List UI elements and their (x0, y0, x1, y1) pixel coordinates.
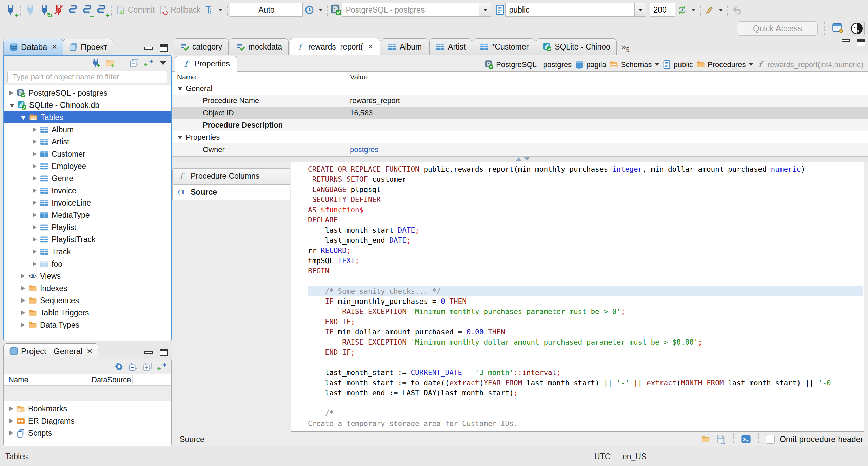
column-datasource[interactable]: DataSource (88, 375, 133, 384)
minimize-icon[interactable] (842, 39, 850, 42)
tab-properties[interactable]: f Properties (175, 56, 237, 72)
tree-item-data-types[interactable]: Data Types (4, 319, 171, 331)
chevron-right-icon[interactable] (33, 127, 37, 132)
chevron-right-icon[interactable] (33, 225, 37, 230)
chevron-right-icon[interactable] (9, 419, 13, 423)
view-menu-icon[interactable] (160, 61, 166, 65)
property-row-general[interactable]: General (172, 82, 868, 95)
expand-all-icon[interactable] (143, 362, 152, 371)
tree-item-genre[interactable]: Genre (4, 172, 171, 185)
tree-item-customer[interactable]: Customer (4, 148, 171, 160)
breadcrumb-schemas[interactable]: Schemas (609, 60, 659, 69)
transaction-mode-button[interactable] (204, 5, 222, 15)
chevron-right-icon[interactable] (21, 298, 25, 303)
open-file-icon[interactable] (701, 434, 711, 444)
tree-item-invoice[interactable]: Invoice (4, 185, 171, 197)
new-folder-icon[interactable] (105, 58, 115, 68)
tree-item-foo[interactable]: foo (4, 258, 171, 270)
editor-tab-album[interactable]: Album (381, 38, 428, 55)
link-with-editor-icon[interactable] (144, 58, 153, 68)
link-with-editor-icon[interactable] (157, 362, 166, 371)
property-row-procedure-name[interactable]: Procedure Namerewards_report (172, 95, 868, 107)
omit-procedure-header-checkbox[interactable] (766, 435, 775, 444)
close-icon[interactable]: ✕ (86, 347, 93, 355)
breadcrumb-postgresql-postgres[interactable]: PostgreSQL - postgres (485, 60, 572, 69)
maximize-icon[interactable] (160, 349, 168, 356)
project-item-scripts[interactable]: Scripts (4, 427, 171, 439)
splitter-sash[interactable] (172, 156, 868, 162)
breadcrumb-rewards-report-int4-numeric[interactable]: frewards_report(int4,numeric) (756, 60, 863, 69)
chevron-right-icon[interactable] (33, 261, 37, 266)
subtab-procedure-columns[interactable]: fProcedure Columns (172, 168, 290, 184)
save-icon[interactable] (716, 434, 726, 444)
editor-tab-artist[interactable]: Artist (429, 38, 472, 55)
minimize-icon[interactable] (144, 47, 153, 50)
column-name[interactable]: Name (4, 375, 88, 384)
minimize-icon[interactable] (144, 351, 153, 354)
project-item-er-diagrams[interactable]: ER Diagrams (4, 415, 171, 427)
sql-editor-button[interactable] (66, 3, 80, 17)
chevron-right-icon[interactable] (33, 237, 37, 242)
tree-item-playlist[interactable]: Playlist (4, 221, 171, 233)
grid-column-value[interactable]: Value (346, 73, 368, 81)
tree-item-track[interactable]: Track (4, 246, 171, 258)
chevron-down-icon[interactable] (9, 104, 14, 108)
dbeaver-perspective-button[interactable] (849, 21, 865, 36)
maximize-icon[interactable] (857, 39, 865, 46)
connection-combo-dropdown[interactable] (479, 3, 491, 16)
tree-item-artist[interactable]: Artist (4, 136, 171, 148)
gear-icon[interactable] (114, 362, 124, 371)
chevron-right-icon[interactable] (33, 200, 37, 205)
disconnect-button[interactable] (52, 3, 66, 17)
chevron-right-icon[interactable] (33, 139, 37, 144)
editor-tab-sqlite-chinoo[interactable]: SQLite - Chinoo (536, 38, 617, 55)
chevron-right-icon[interactable] (9, 431, 13, 435)
chevron-right-icon[interactable] (9, 91, 14, 95)
tree-item-table-triggers[interactable]: Table Triggers (4, 307, 171, 319)
new-connection-icon[interactable] (91, 58, 100, 68)
sash-up-icon[interactable] (516, 157, 521, 161)
reconnect-button[interactable]: ↻ (37, 3, 52, 17)
tree-item-tables[interactable]: Tables (4, 111, 171, 123)
property-row-owner[interactable]: Ownerpostgres (172, 143, 868, 156)
chevron-right-icon[interactable] (21, 286, 25, 291)
open-perspective-icon[interactable] (831, 22, 845, 35)
tab-database-navigator[interactable]: Databa ✕ (3, 39, 63, 55)
tab-projects[interactable]: Проект (63, 39, 113, 55)
breadcrumb-procedures[interactable]: Procedures (696, 60, 753, 69)
fetch-size-input[interactable] (650, 3, 675, 17)
edit-button[interactable] (705, 5, 723, 15)
transaction-log-button[interactable] (305, 5, 323, 15)
chevron-down-icon[interactable] (178, 87, 182, 91)
chevron-right-icon[interactable] (21, 323, 25, 327)
schema-combo-dropdown[interactable] (634, 3, 646, 16)
editor-tab-category[interactable]: category (174, 38, 229, 55)
new-connection-button[interactable]: + (3, 3, 18, 17)
rollback-button[interactable]: Rollback (159, 5, 200, 15)
tab-project-general[interactable]: Project - General ✕ (3, 343, 98, 359)
chevron-right-icon[interactable] (33, 188, 37, 193)
new-sql-editor-button[interactable]: + (94, 3, 108, 17)
tree-item-employee[interactable]: Employee (4, 160, 171, 172)
property-row-procedure-description[interactable]: Procedure Description (172, 119, 868, 131)
chevron-right-icon[interactable] (33, 176, 37, 181)
chevron-down-icon[interactable] (178, 136, 182, 139)
connect-button[interactable] (23, 3, 37, 17)
tree-item-album[interactable]: Album (4, 123, 171, 136)
collapse-all-icon[interactable] (129, 362, 138, 371)
chevron-right-icon[interactable] (33, 164, 37, 169)
editor-tab-mockdata[interactable]: mockdata (230, 38, 289, 55)
maximize-icon[interactable] (160, 44, 168, 52)
property-row-properties[interactable]: Properties (172, 131, 868, 143)
grid-column-name[interactable]: Name (172, 73, 346, 81)
chevron-right-icon[interactable] (33, 152, 37, 156)
source-editor[interactable]: CREATE OR REPLACE FUNCTION public.reward… (291, 162, 864, 432)
chevron-down-icon[interactable] (21, 116, 26, 120)
close-icon[interactable]: ✕ (51, 43, 57, 51)
tree-item-sequences[interactable]: Sequences (4, 294, 171, 307)
tree-item-invoiceline[interactable]: InvoiceLine (4, 197, 171, 209)
commit-button[interactable]: Commit (116, 5, 155, 15)
back-button[interactable] (730, 3, 745, 17)
chevron-right-icon[interactable] (33, 213, 37, 217)
hidden-tabs-indicator[interactable]: »5 (621, 42, 629, 55)
